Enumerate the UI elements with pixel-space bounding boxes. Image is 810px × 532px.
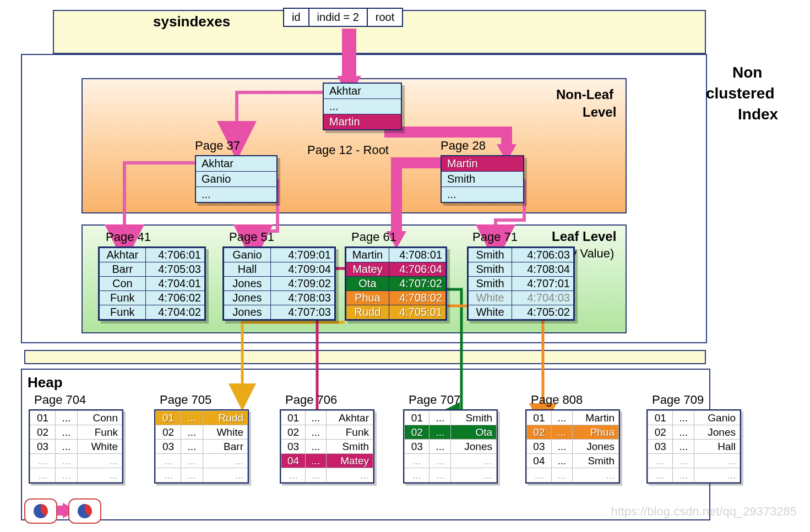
sys-id: id: [284, 9, 309, 26]
sysindexes-box: id indid = 2 root: [283, 8, 403, 27]
leaf-51: Ganio4:709:01 Hall4:709:04 Jones4:709:02…: [222, 246, 336, 321]
bg-yellow-mid: [24, 350, 706, 364]
leaf-label: Leaf Level: [552, 229, 616, 244]
p51-label: Page 51: [229, 230, 274, 244]
badge-right: [68, 498, 101, 524]
leaf-61: Martin4:708:01 Matey4:706:04 Ota4:707:02…: [345, 246, 447, 321]
p61-label: Page 61: [351, 230, 396, 244]
h707-label: Page 707: [409, 393, 460, 407]
pie-icon: [34, 504, 48, 518]
side-index: Index: [738, 106, 778, 123]
p28-r0: Martin: [442, 156, 523, 172]
leaf-41: Akhtar4:706:01 Barr4:705:03 Con4:704:01 …: [98, 246, 206, 321]
p28-label: Page 28: [441, 139, 486, 153]
p37-r2: ...: [196, 187, 276, 202]
leaf-71: Smith4:706:03 Smith4:708:04 Smith4:707:0…: [467, 246, 575, 321]
p37-label: Page 37: [195, 139, 240, 153]
nonleaf-label: Non-Leaf: [556, 87, 613, 102]
p28-r1: Smith: [442, 172, 523, 187]
h705-label: Page 705: [160, 393, 211, 407]
heap-title: Heap: [28, 374, 63, 391]
watermark: https://blog.csdn.net/qq_29373285: [611, 504, 797, 519]
sys-indid: indid = 2: [309, 9, 368, 26]
p37-node: Akhtar Ganio ...: [195, 155, 278, 203]
p71-label: Page 71: [472, 230, 518, 244]
root-r2: Martin: [324, 114, 401, 129]
side-non: Non: [732, 64, 762, 81]
p41-label: Page 41: [106, 230, 151, 244]
heap-706: 01...Akhtar 02...Funk 03...Smith 04...Ma…: [280, 409, 374, 484]
root-r1: ...: [324, 99, 401, 114]
p28-node: Martin Smith ...: [441, 155, 524, 203]
badge-left: [24, 498, 57, 524]
side-clustered: clustered: [706, 85, 775, 102]
heap-707: 01...Smith 02...Ota 03...Jones .........…: [403, 409, 498, 484]
h808-label: Page 808: [531, 393, 583, 407]
h704-label: Page 704: [34, 393, 86, 407]
root-label: Page 12 - Root: [307, 143, 389, 157]
pie-icon: [78, 504, 92, 518]
heap-808: 01...Martin 02...Phua 03...Jones 04...Sm…: [525, 409, 620, 484]
root-node: Akhtar ... Martin: [323, 83, 402, 130]
heap-704: 01...Conn 02...Funk 03...White .........…: [29, 409, 123, 484]
heap-705: 01...Rudd 02...White 03...Barr .........…: [154, 409, 249, 484]
heap-709: 01...Ganio 02...Jones 03...Hall ........…: [646, 409, 741, 484]
nonleaf-label2: Level: [583, 105, 616, 120]
root-r0: Akhtar: [324, 84, 401, 99]
sysindexes-label: sysindexes: [153, 13, 230, 30]
p28-r2: ...: [442, 187, 523, 202]
h706-label: Page 706: [285, 393, 337, 407]
h709-label: Page 709: [652, 393, 704, 407]
p37-r1: Ganio: [196, 172, 276, 187]
sys-root: root: [368, 9, 402, 26]
p37-r0: Akhtar: [196, 156, 276, 172]
